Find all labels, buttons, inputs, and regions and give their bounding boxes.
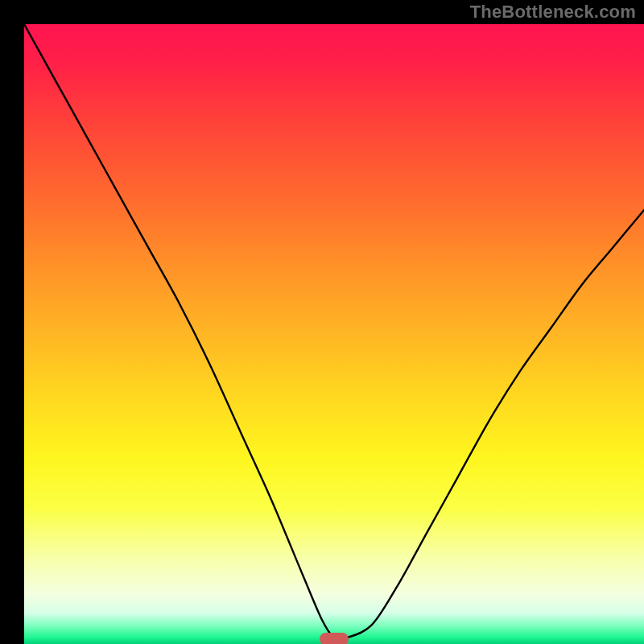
minimum-marker — [320, 633, 349, 644]
watermark-text: TheBottleneck.com — [470, 2, 636, 23]
chart-frame: TheBottleneck.com — [0, 0, 644, 644]
bottleneck-curve — [24, 24, 644, 644]
plot-area — [24, 24, 644, 644]
